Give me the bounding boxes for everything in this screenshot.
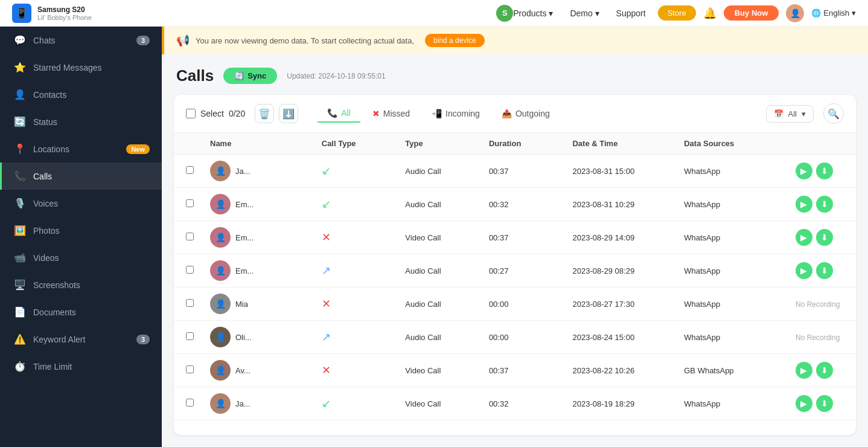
no-recording-label: No Recording xyxy=(796,333,840,342)
row-checkbox-cell[interactable] xyxy=(186,266,210,275)
row-checkbox-cell[interactable] xyxy=(186,299,210,309)
contact-avatar: 👤 xyxy=(210,227,231,248)
call-type-cell: ↙ xyxy=(322,164,406,178)
tab-all[interactable]: 📞 All xyxy=(318,105,360,123)
sidebar-item-locations[interactable]: 📍 Locations New xyxy=(0,135,162,162)
sidebar-item-label: Contacts xyxy=(33,90,150,100)
nav-demo[interactable]: Demo ▾ xyxy=(570,8,599,18)
row-checkbox[interactable] xyxy=(186,365,194,373)
top-nav: 📱 Samsung S20 Lil' Bobby's Phone S Produ… xyxy=(0,0,868,27)
row-checkbox[interactable] xyxy=(186,399,194,407)
voices-icon: 🎙️ xyxy=(14,198,26,209)
row-checkbox[interactable] xyxy=(186,233,194,240)
search-button[interactable]: 🔍 xyxy=(823,103,844,124)
nav-support[interactable]: Support xyxy=(616,8,646,18)
type-cell: Video Call xyxy=(405,399,489,408)
row-checkbox-cell[interactable] xyxy=(186,199,210,209)
contact-cell: 👤 Em... xyxy=(210,260,322,281)
sidebar-item-label: Status xyxy=(33,117,150,127)
nav-products[interactable]: Products ▾ xyxy=(513,8,553,18)
contact-name: Oli... xyxy=(235,333,252,342)
row-checkbox[interactable] xyxy=(186,299,194,307)
contact-avatar: 👤 xyxy=(210,294,231,314)
download-button[interactable]: ⬇️ xyxy=(279,104,298,123)
row-actions: ▶ ⬇ xyxy=(796,196,844,213)
call-type-cell: ↙ xyxy=(322,397,406,410)
play-button[interactable]: ▶ xyxy=(796,262,812,279)
tab-missed[interactable]: ✖ Missed xyxy=(363,105,420,123)
play-button[interactable]: ▶ xyxy=(796,162,812,179)
date-filter[interactable]: 📅 All ▾ xyxy=(766,105,814,123)
sidebar-item-keyword-alert[interactable]: ⚠️ Keyword Alert 3 xyxy=(0,326,162,353)
actions-cell: ▶ ⬇ xyxy=(796,362,844,379)
duration-cell: 00:37 xyxy=(489,233,573,242)
screenshots-icon: 🖥️ xyxy=(14,279,26,291)
content-area: 📢 You are now viewing demo data. To star… xyxy=(162,27,868,447)
sidebar-item-documents[interactable]: 📄 Documents xyxy=(0,298,162,326)
row-checkbox[interactable] xyxy=(186,266,194,274)
sidebar-item-videos[interactable]: 📹 Videos xyxy=(0,244,162,271)
sidebar-item-contacts[interactable]: 👤 Contacts xyxy=(0,81,162,108)
play-button[interactable]: ▶ xyxy=(796,362,812,379)
sidebar-item-label: Videos xyxy=(33,253,150,263)
sidebar-item-time-limit[interactable]: ⏱️ Time Limit xyxy=(0,353,162,380)
contact-avatar: 👤 xyxy=(210,393,231,414)
locations-badge: New xyxy=(126,144,150,154)
keyword-alert-icon: ⚠️ xyxy=(14,333,26,345)
sidebar-item-label: Photos xyxy=(33,226,150,236)
language-selector[interactable]: 🌐 English ▾ xyxy=(811,8,856,18)
row-checkbox[interactable] xyxy=(186,332,194,340)
row-checkbox-cell[interactable] xyxy=(186,365,210,375)
row-download-button[interactable]: ⬇ xyxy=(816,395,833,412)
contact-avatar: 👤 xyxy=(210,194,231,214)
play-button[interactable]: ▶ xyxy=(796,196,812,213)
actions-cell: No Recording xyxy=(796,333,844,342)
row-download-button[interactable]: ⬇ xyxy=(816,196,833,213)
sidebar-item-calls[interactable]: 📞 Calls xyxy=(0,162,162,190)
row-download-button[interactable]: ⬇ xyxy=(816,362,833,379)
sidebar-item-label: Chats xyxy=(33,36,129,45)
contact-avatar: 👤 xyxy=(210,360,231,381)
datetime-cell: 2023-08-29 08:29 xyxy=(572,266,684,275)
buy-now-button[interactable]: Buy Now xyxy=(724,5,779,21)
tab-incoming[interactable]: 📲 Incoming xyxy=(422,105,490,123)
select-all[interactable]: Select 0/20 xyxy=(186,109,245,118)
delete-button[interactable]: 🗑️ xyxy=(255,104,274,123)
row-checkbox-cell[interactable] xyxy=(186,233,210,242)
sync-button[interactable]: 🔄 Sync xyxy=(223,68,277,84)
status-icon: 🔄 xyxy=(14,116,26,127)
sidebar-item-status[interactable]: 🔄 Status xyxy=(0,108,162,135)
user-avatar[interactable]: 👤 xyxy=(786,4,804,22)
type-cell: Audio Call xyxy=(405,200,489,209)
sidebar-item-photos[interactable]: 🖼️ Photos xyxy=(0,217,162,244)
store-button[interactable]: Store xyxy=(658,5,696,21)
sidebar-item-chats[interactable]: 💬 Chats 3 xyxy=(0,27,162,54)
sidebar-item-voices[interactable]: 🎙️ Voices xyxy=(0,190,162,217)
sidebar-item-screenshots[interactable]: 🖥️ Screenshots xyxy=(0,271,162,298)
table-row: 👤 Av... ✕ Video Call 00:37 2023-08-22 10… xyxy=(174,354,856,387)
tab-outgoing[interactable]: 📤 Outgoing xyxy=(492,105,560,123)
row-download-button[interactable]: ⬇ xyxy=(816,229,833,246)
bind-device-button[interactable]: bind a device xyxy=(425,34,485,47)
notification-bell-icon[interactable]: 🔔 xyxy=(703,7,716,20)
chevron-down-icon: ▾ xyxy=(852,8,856,18)
sidebar-item-label: Screenshots xyxy=(33,280,150,290)
select-all-checkbox[interactable] xyxy=(186,109,196,118)
row-download-button[interactable]: ⬇ xyxy=(816,262,833,279)
row-checkbox[interactable] xyxy=(186,166,194,174)
row-checkbox-cell[interactable] xyxy=(186,399,210,408)
table-row: 👤 Em... ✕ Video Call 00:37 2023-08-29 14… xyxy=(174,221,856,254)
play-button[interactable]: ▶ xyxy=(796,229,812,246)
row-download-button[interactable]: ⬇ xyxy=(816,162,833,179)
play-button[interactable]: ▶ xyxy=(796,395,812,412)
sidebar: 💬 Chats 3 ⭐ Starred Messages 👤 Contacts … xyxy=(0,27,162,447)
main-layout: 💬 Chats 3 ⭐ Starred Messages 👤 Contacts … xyxy=(0,27,868,447)
sidebar-item-starred[interactable]: ⭐ Starred Messages xyxy=(0,54,162,81)
contact-name: Av... xyxy=(235,366,251,375)
row-checkbox-cell[interactable] xyxy=(186,166,210,176)
banner-icon: 📢 xyxy=(176,34,190,47)
row-checkbox[interactable] xyxy=(186,199,194,207)
row-checkbox-cell[interactable] xyxy=(186,332,210,342)
table-row: 👤 Oli... ↗ Audio Call 00:00 2023-08-24 1… xyxy=(174,321,856,354)
actions-cell: ▶ ⬇ xyxy=(796,395,844,412)
